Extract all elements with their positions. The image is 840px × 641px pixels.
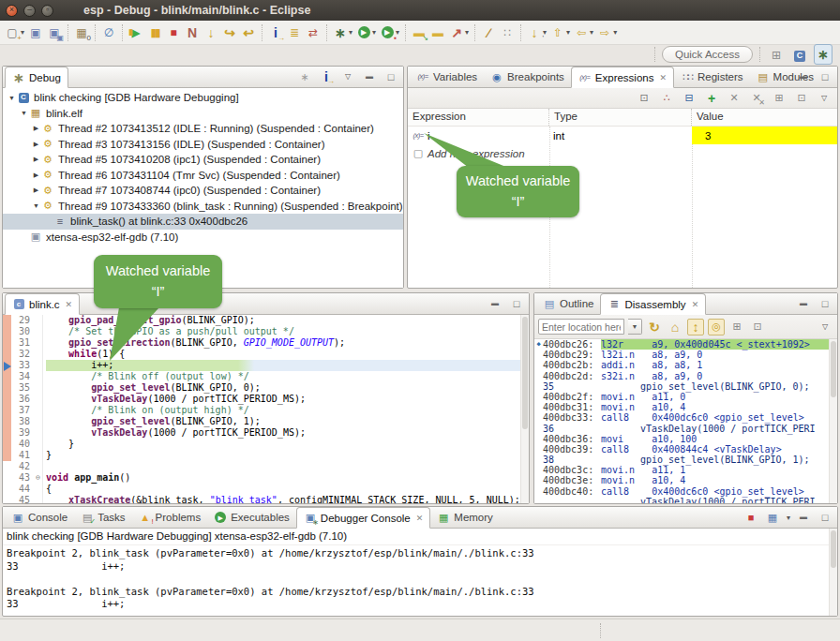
location-input[interactable] <box>538 319 624 335</box>
window-minimize-button[interactable]: – <box>23 5 36 17</box>
tab-registers[interactable]: ∷∷Registers <box>674 67 750 87</box>
minimize-button[interactable]: ▬ <box>795 509 812 526</box>
close-icon[interactable]: ✕ <box>692 300 699 309</box>
pin-view-button[interactable]: ⊡ <box>793 90 810 107</box>
format-button[interactable]: ∕ <box>479 22 498 43</box>
debug-perspective-button[interactable]: ∗ <box>814 44 832 65</box>
tab-executables[interactable]: ▶Executables <box>207 507 296 528</box>
maximize-button[interactable]: □ <box>817 68 833 85</box>
import-button[interactable]: ▬↘ <box>410 22 428 43</box>
line-number[interactable]: 34 <box>11 371 34 382</box>
debug-tree-item[interactable]: ▶⚙Thread #7 1073408744 (ipc0) (Suspended… <box>3 183 403 199</box>
tab-tasks[interactable]: ▤✓Tasks <box>74 507 131 528</box>
column-header-expression[interactable]: Expression <box>408 109 549 126</box>
line-number[interactable]: 45 <box>11 495 34 503</box>
back-button[interactable]: ⇦▾ <box>572 22 595 43</box>
launch-button[interactable]: ↗▾ <box>447 22 471 43</box>
fold-marker-icon[interactable]: ⊖ <box>34 472 43 484</box>
remove-expression-button[interactable]: ✕ <box>726 90 742 107</box>
line-number[interactable]: 36 <box>11 394 34 405</box>
line-number[interactable]: 32 <box>11 349 34 360</box>
view-menu-button[interactable]: ▽ <box>817 319 833 335</box>
line-number[interactable]: 43 <box>11 472 34 484</box>
console-scrollbar[interactable] <box>829 529 837 616</box>
show-logical-structures-button[interactable]: ∴ <box>658 90 675 107</box>
debug-tree-item[interactable]: ▶⚙Thread #3 1073413156 (IDLE) (Suspended… <box>3 137 403 153</box>
line-number[interactable]: 41 <box>11 450 34 461</box>
new-button[interactable]: ▢+▾ <box>3 22 26 43</box>
maximize-button[interactable]: □ <box>382 68 399 85</box>
home-button[interactable]: ⌂ <box>667 319 683 335</box>
line-number[interactable]: 40 <box>11 439 34 450</box>
tab-variables[interactable]: (x)=Variables <box>410 67 484 87</box>
maximize-button[interactable]: □ <box>508 295 525 312</box>
show-type-names-button[interactable]: ⊡ <box>636 90 652 107</box>
code-editor[interactable]: 29 gpio_pad_select_gpio(BLINK_GPIO);30 /… <box>3 315 529 503</box>
restart-button[interactable]: ⇄ <box>304 22 322 43</box>
debug-tree-item[interactable]: ▼Cblink checking [GDB Hardware Debugging… <box>3 90 403 106</box>
save-all-button[interactable]: ▣▣ <box>45 22 64 43</box>
tab-disassembly[interactable]: ≣Disassembly✕ <box>600 293 706 315</box>
tree-expander-icon[interactable]: ▶ <box>31 125 41 132</box>
tab-blink.c[interactable]: cblink.c✕ <box>5 293 80 315</box>
tab-debug[interactable]: ∗Debug <box>5 67 68 88</box>
window-maximize-button[interactable]: ▫ <box>41 5 53 17</box>
run-dropdown-icon[interactable]: ▾ <box>372 28 376 37</box>
pin-view-button[interactable]: ⊡ <box>749 319 766 335</box>
debug-tree-item[interactable]: ▣xtensa-esp32-elf-gdb (7.10) <box>3 230 403 246</box>
terminate-button[interactable]: ■ <box>164 22 183 43</box>
view-menu-button[interactable]: ▽ <box>816 90 832 107</box>
quick-access-button[interactable]: Quick Access <box>662 46 753 63</box>
use-step-filters-button[interactable]: ≣ <box>285 22 304 43</box>
run-button[interactable]: ▶▾ <box>354 22 378 43</box>
external-tools-button[interactable]: ▶▪▾ <box>378 22 401 43</box>
minimize-button[interactable]: ▬ <box>795 68 812 85</box>
line-number[interactable]: 31 <box>11 337 34 349</box>
debug-tree-item[interactable]: ▶⚙Thread #5 1073410208 (ipc1) (Suspended… <box>3 152 403 168</box>
line-number[interactable]: 30 <box>11 326 34 337</box>
tab-outline[interactable]: ▤Outline <box>536 293 600 314</box>
tab-memory[interactable]: ▦Memory <box>430 507 500 528</box>
display-console-dropdown-icon[interactable]: ▾ <box>787 514 790 522</box>
launch-dropdown-icon[interactable]: ▾ <box>465 28 469 37</box>
open-new-view-button[interactable]: ⊞ <box>728 319 745 335</box>
go-up-button[interactable]: ⇧▾ <box>548 22 572 43</box>
back-dropdown-icon[interactable]: ▾ <box>590 28 593 37</box>
debug-button[interactable]: ∗▾ <box>331 22 354 43</box>
close-icon[interactable]: ✕ <box>659 73 667 82</box>
open-perspective-button[interactable]: ⊞ <box>767 44 786 65</box>
line-number[interactable]: 42 <box>11 461 34 472</box>
column-header-value[interactable]: Value <box>692 109 837 126</box>
open-folder-button[interactable]: ▬ <box>428 22 447 43</box>
tree-expander-icon[interactable]: ▶ <box>31 141 41 148</box>
tree-expander-icon[interactable]: ▶ <box>31 186 41 194</box>
tree-expander-icon[interactable]: ▼ <box>31 202 41 209</box>
suspend-button[interactable]: ▮▮ <box>145 22 164 43</box>
column-header-type[interactable]: Type <box>549 109 692 126</box>
view-menu-button[interactable]: ▽ <box>339 68 356 85</box>
close-icon[interactable]: ✕ <box>416 514 424 523</box>
tree-expander-icon[interactable]: ▼ <box>7 95 17 101</box>
line-number[interactable]: 39 <box>11 427 34 439</box>
debug-tree-item[interactable]: ▼⚙Thread #9 1073433360 (blink_task : Run… <box>3 199 403 215</box>
tree-expander-icon[interactable]: ▶ <box>31 171 41 179</box>
minimize-button[interactable]: ▬ <box>487 295 503 312</box>
location-dropdown-button[interactable]: ▼ <box>628 319 642 335</box>
disassembly-scrollbar[interactable] <box>829 339 837 503</box>
minimize-button[interactable]: ▬ <box>795 295 812 312</box>
forward-dropdown-icon[interactable]: ▾ <box>613 28 617 37</box>
debug-tree-item[interactable]: ▶⚙Thread #6 1073431104 (Tmr Svc) (Suspen… <box>3 168 403 184</box>
tree-expander-icon[interactable]: ▶ <box>31 156 41 163</box>
cpp-perspective-button[interactable]: C <box>790 43 809 66</box>
window-close-button[interactable]: × <box>6 5 18 17</box>
tab-breakpoints[interactable]: ◉Breakpoints <box>484 67 571 87</box>
open-new-view-button[interactable]: ⊞ <box>771 90 788 107</box>
disassembly-listing[interactable]: ◆400dbc26:l32r a9, 0x400d045c <_stext+10… <box>534 339 837 503</box>
add-expression-button[interactable]: + <box>703 90 720 107</box>
line-number[interactable]: 29 <box>11 315 34 326</box>
debug-tree-item[interactable]: ≡blink_task() at blink.c:33 0x400dbc26 <box>3 214 403 230</box>
step-return-button[interactable]: ↩ <box>239 22 258 43</box>
build-button[interactable]: ▦0 <box>72 22 91 43</box>
save-button[interactable]: ▣ <box>26 22 45 43</box>
debug-dropdown-icon[interactable]: ▾ <box>349 28 352 37</box>
